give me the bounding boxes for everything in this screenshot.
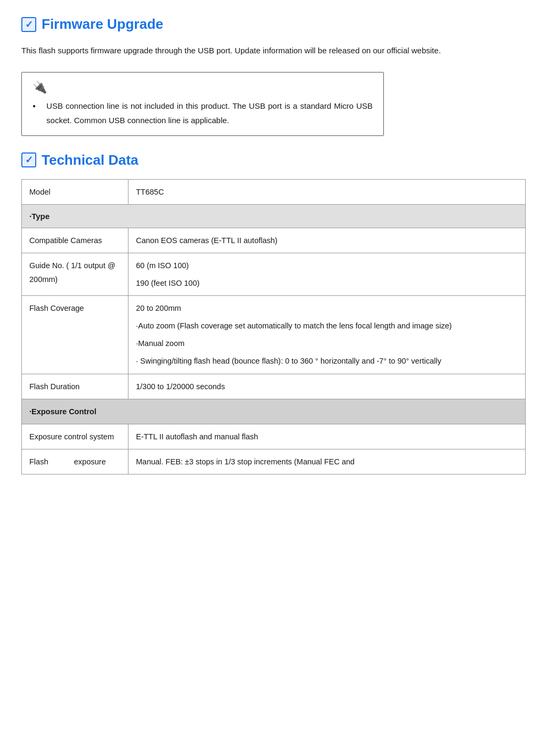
firmware-title-row: Firmware Upgrade — [21, 16, 526, 33]
guide-no-label: Guide No. ( 1/1 output @200mm) — [22, 253, 128, 296]
type-header-row: ·Type — [22, 204, 526, 228]
flash-duration-value: 1/300 to 1/20000 seconds — [128, 374, 526, 399]
exposure-header: ·Exposure Control — [22, 399, 526, 424]
guide-no-content: 60 (m ISO 100) 190 (feet ISO 100) — [136, 259, 518, 291]
flash-coverage-label: Flash Coverage — [22, 296, 128, 374]
firmware-notice-list: USB connection line is not included in t… — [33, 99, 373, 127]
exposure-system-row: Exposure control system E-TTL II autofla… — [22, 424, 526, 449]
technical-title-row: Technical Data — [21, 152, 526, 168]
technical-section: Technical Data Model TT685C ·Type Compat… — [21, 152, 526, 474]
technical-table: Model TT685C ·Type Compatible Cameras Ca… — [21, 179, 526, 474]
model-label: Model — [22, 179, 128, 204]
flash-coverage-swing: · Swinging/tilting flash head (bounce fl… — [136, 354, 518, 368]
firmware-checkbox-icon — [21, 17, 36, 32]
flash-exposure-value: Manual. FEB: ±3 stops in 1/3 stop increm… — [128, 449, 526, 474]
exposure-system-label: Exposure control system — [22, 424, 128, 449]
compatible-cameras-value: Canon EOS cameras (E-TTL II autoflash) — [128, 228, 526, 253]
usb-icon: 🔌 — [33, 81, 373, 94]
type-header: ·Type — [22, 204, 526, 228]
flash-coverage-range: 20 to 200mm — [136, 301, 518, 316]
firmware-intro: This flash supports firmware upgrade thr… — [21, 43, 526, 59]
firmware-notice-text: USB connection line is not included in t… — [46, 99, 373, 127]
model-value: TT685C — [128, 179, 526, 204]
guide-no-value: 60 (m ISO 100) 190 (feet ISO 100) — [128, 253, 526, 296]
compatible-cameras-label: Compatible Cameras — [22, 228, 128, 253]
flash-exposure-row: Flash exposure Manual. FEB: ±3 stops in … — [22, 449, 526, 474]
flash-coverage-auto: ·Auto zoom (Flash coverage set automatic… — [136, 319, 518, 333]
exposure-system-value: E-TTL II autoflash and manual flash — [128, 424, 526, 449]
guide-no-row: Guide No. ( 1/1 output @200mm) 60 (m ISO… — [22, 253, 526, 296]
flash-coverage-content: 20 to 200mm ·Auto zoom (Flash coverage s… — [136, 301, 518, 368]
technical-checkbox-icon — [21, 152, 36, 167]
flash-duration-row: Flash Duration 1/300 to 1/20000 seconds — [22, 374, 526, 399]
flash-coverage-row: Flash Coverage 20 to 200mm ·Auto zoom (F… — [22, 296, 526, 374]
firmware-notice-box: 🔌 USB connection line is not included in… — [21, 72, 384, 136]
flash-exposure-label: Flash exposure — [22, 449, 128, 474]
technical-title: Technical Data — [42, 152, 139, 168]
flash-coverage-manual: ·Manual zoom — [136, 336, 518, 351]
guide-no-feet: 190 (feet ISO 100) — [136, 276, 518, 291]
guide-no-metric: 60 (m ISO 100) — [136, 259, 518, 273]
firmware-title: Firmware Upgrade — [42, 16, 163, 33]
flash-coverage-value: 20 to 200mm ·Auto zoom (Flash coverage s… — [128, 296, 526, 374]
firmware-section: Firmware Upgrade This flash supports fir… — [21, 16, 526, 136]
compatible-cameras-row: Compatible Cameras Canon EOS cameras (E-… — [22, 228, 526, 253]
model-row: Model TT685C — [22, 179, 526, 204]
exposure-header-row: ·Exposure Control — [22, 399, 526, 424]
flash-duration-label: Flash Duration — [22, 374, 128, 399]
firmware-notice-item: USB connection line is not included in t… — [33, 99, 373, 127]
